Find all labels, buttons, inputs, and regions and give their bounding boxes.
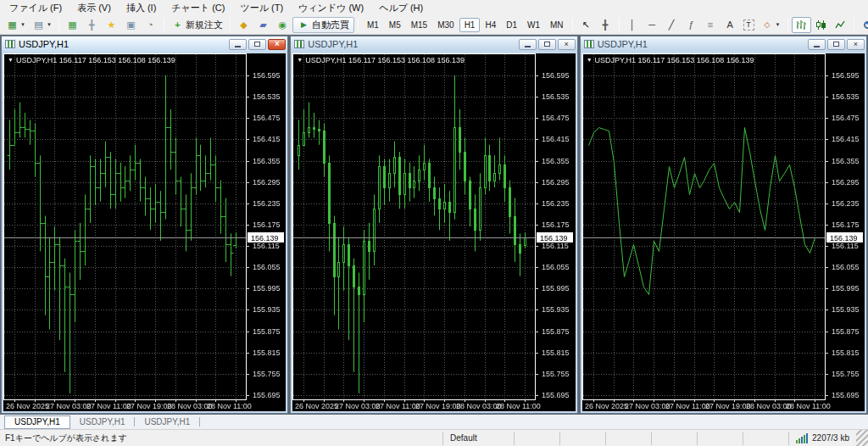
tab-usdjpy-3[interactable]: USDJPY,H1	[135, 416, 199, 428]
chart-area-candlestick[interactable]: ▼USDJPY,H1 156.117 156.153 156.108 156.1…	[292, 53, 575, 411]
text-label-button[interactable]: T	[740, 17, 758, 33]
navigator-button[interactable]: ★	[102, 17, 121, 33]
chart-window-1: USDJPY,H1 × ▼USDJPY,H1 156.117 156.153 1…	[1, 36, 288, 414]
ohlc-header: ▼USDJPY,H1 156.117 156.153 156.108 156.1…	[587, 56, 754, 64]
market-icon: ◆	[237, 19, 250, 31]
chart-window-2-titlebar[interactable]: USDJPY,H1 ×	[291, 36, 576, 52]
window-title: USDJPY,H1	[308, 39, 358, 49]
menu-charts[interactable]: チャート (C)	[164, 0, 232, 16]
minimize-button[interactable]	[519, 39, 537, 50]
status-help-text: F1キーでヘルプが表示されます	[0, 432, 442, 444]
community-icon: ▰	[257, 19, 270, 31]
fibonacci-button[interactable]: ƒ	[682, 17, 701, 33]
horizontal-line-button[interactable]: ─	[643, 17, 662, 33]
toolbar-separator	[854, 18, 854, 31]
trendline-button[interactable]: ╱	[662, 17, 682, 33]
line-chart-button[interactable]	[831, 17, 850, 33]
new-order-button[interactable]: + 新規注文	[168, 17, 226, 33]
signals-button[interactable]: ◉	[273, 17, 292, 33]
timeframe-m5[interactable]: M5	[384, 18, 406, 32]
profiles-button[interactable]: ▤ ▼	[29, 17, 55, 33]
auto-trading-button[interactable]: ▶ 自動売買	[292, 17, 354, 33]
bar-chart-canvas[interactable]	[3, 53, 286, 411]
new-chart-button[interactable]: ▦ ▼	[3, 17, 29, 33]
candlestick-chart-canvas[interactable]	[292, 53, 575, 411]
tab-separator	[199, 417, 200, 426]
status-connection: 2207/3 kb	[788, 432, 856, 445]
chart-icon	[5, 40, 15, 48]
zoom-in-icon: +	[861, 19, 868, 31]
status-bar: F1キーでヘルプが表示されます Default 2207/3 kb	[0, 429, 868, 446]
menu-window[interactable]: ウィンドウ (W)	[291, 0, 371, 16]
timeframe-m30[interactable]: M30	[432, 18, 459, 32]
arrows-button[interactable]: ◇ ▼	[758, 17, 784, 33]
collapse-icon: ▼	[8, 57, 14, 63]
minimize-button[interactable]	[808, 39, 826, 50]
zoom-in-button[interactable]: +	[858, 17, 868, 33]
menu-view[interactable]: 表示 (V)	[70, 0, 119, 16]
signals-icon: ◉	[276, 19, 289, 31]
connection-status-icon	[796, 433, 808, 443]
toolbar-separator	[787, 18, 788, 31]
tab-usdjpy-1[interactable]: USDJPY,H1	[4, 415, 70, 429]
pitchfork-button[interactable]: ≡	[701, 17, 721, 33]
crosshair-icon: ╋	[599, 19, 612, 31]
text-button[interactable]: A	[721, 17, 740, 33]
horizontal-line-icon: ─	[646, 19, 659, 31]
community-button[interactable]: ▰	[253, 17, 273, 33]
crosshair-button[interactable]: ╋	[596, 17, 615, 33]
close-button[interactable]: ×	[558, 39, 576, 50]
menu-bar: ファイル (F) 表示 (V) 挿入 (I) チャート (C) ツール (T) …	[0, 0, 868, 15]
vertical-line-button[interactable]: │	[623, 17, 643, 33]
market-watch-button[interactable]: ▦	[63, 17, 82, 33]
timeframe-h1[interactable]: H1	[459, 18, 481, 32]
close-button[interactable]: ×	[268, 39, 286, 50]
pitchfork-icon: ≡	[704, 19, 717, 31]
candlestick-icon	[815, 19, 827, 31]
resize-grip[interactable]	[856, 430, 868, 446]
tab-usdjpy-2[interactable]: USDJPY,H1	[70, 416, 135, 428]
strategy-tester-button[interactable]: ◔	[141, 17, 160, 33]
arrows-icon: ◇	[761, 19, 774, 31]
restore-button[interactable]	[827, 39, 845, 50]
connection-traffic: 2207/3 kb	[812, 433, 849, 443]
menu-file[interactable]: ファイル (F)	[2, 0, 70, 16]
chart-area-line[interactable]: ▼USDJPY,H1 156.117 156.153 156.108 156.1…	[582, 53, 865, 411]
menu-tools[interactable]: ツール (T)	[232, 0, 291, 16]
cursor-button[interactable]: ↖	[576, 17, 596, 33]
status-cell	[651, 432, 697, 445]
data-window-button[interactable]: ╋	[82, 17, 102, 33]
status-profile[interactable]: Default	[442, 432, 514, 445]
restore-button[interactable]	[538, 39, 556, 50]
profiles-icon: ▤	[32, 19, 45, 31]
toolbar-separator	[164, 18, 164, 31]
menu-help[interactable]: ヘルプ (H)	[371, 0, 431, 16]
market-button[interactable]: ◆	[234, 17, 253, 33]
chart-icon	[584, 40, 594, 48]
chart-area-bar[interactable]: ▼USDJPY,H1 156.117 156.153 156.108 156.1…	[3, 53, 286, 411]
candlestick-chart-button[interactable]	[811, 17, 831, 33]
timeframe-h4[interactable]: H4	[480, 18, 501, 32]
terminal-icon: ▣	[125, 19, 137, 31]
restore-button[interactable]	[248, 39, 266, 50]
terminal-button[interactable]: ▣	[121, 17, 141, 33]
minimize-button[interactable]	[229, 39, 247, 50]
close-button[interactable]: ×	[847, 39, 865, 50]
text-icon: A	[724, 19, 737, 31]
timeframe-mn[interactable]: MN	[545, 18, 569, 32]
status-cell	[605, 432, 651, 445]
chart-window-3-titlebar[interactable]: USDJPY,H1 ×	[581, 36, 866, 52]
chart-window-3: USDJPY,H1 × ▼USDJPY,H1 156.117 156.153 1…	[580, 36, 867, 414]
toolbar: ▦ ▼ ▤ ▼ ▦ ╋ ★ ▣ ◔ + 新規注文 ◆ ▰ ◉ ▶ 自動売買 M1…	[0, 15, 868, 35]
collapse-icon: ▼	[587, 57, 593, 63]
timeframe-w1[interactable]: W1	[522, 18, 545, 32]
timeframe-m1[interactable]: M1	[362, 18, 384, 32]
line-chart-canvas[interactable]	[582, 53, 865, 411]
timeframe-d1[interactable]: D1	[501, 18, 522, 32]
menu-insert[interactable]: 挿入 (I)	[119, 0, 164, 16]
bar-chart-button[interactable]	[792, 17, 811, 33]
chart-window-1-titlebar[interactable]: USDJPY,H1 ×	[2, 36, 287, 52]
status-cell	[514, 432, 559, 445]
timeframe-m15[interactable]: M15	[406, 18, 432, 32]
mdi-workspace: USDJPY,H1 × ▼USDJPY,H1 156.117 156.153 1…	[0, 35, 868, 415]
